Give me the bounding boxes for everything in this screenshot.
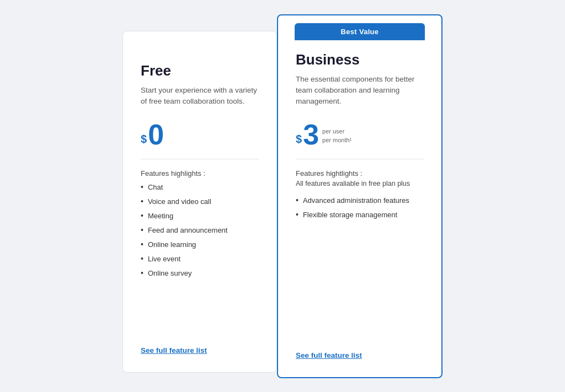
business-price-meta: per user per month¹ — [322, 127, 351, 144]
business-see-feature-link[interactable]: See full feature list — [296, 338, 424, 359]
list-item: Chat — [141, 180, 259, 194]
free-features-label: Features highlights : — [141, 169, 259, 178]
free-price-amount: 0 — [148, 120, 164, 149]
free-price-symbol: $ — [141, 133, 147, 146]
business-card: Best Value Business The essential compon… — [277, 14, 443, 378]
business-card-content: Business The essential components for be… — [296, 40, 424, 359]
free-plan-name: Free — [141, 62, 259, 79]
business-plan-name: Business — [296, 51, 424, 68]
list-item: Online learning — [141, 237, 259, 251]
free-card-content: Free Start your experience with a variet… — [141, 51, 259, 355]
free-see-feature-link[interactable]: See full feature list — [141, 333, 259, 355]
business-feature-list: Advanced administration features Flexibl… — [296, 193, 424, 222]
list-item: Meeting — [141, 208, 259, 223]
list-item: Voice and video call — [141, 194, 259, 208]
free-card: Free Start your experience with a variet… — [122, 31, 277, 373]
list-item: Flexible storage management — [296, 207, 424, 222]
list-item: Feed and announcement — [141, 223, 259, 237]
business-plan-description: The essential components for better team… — [296, 74, 424, 108]
list-item: Online survey — [141, 266, 259, 280]
business-per-month: per month¹ — [322, 136, 351, 144]
list-item: Advanced administration features — [296, 193, 424, 207]
pricing-container: Free Start your experience with a variet… — [122, 14, 443, 378]
business-price-symbol: $ — [296, 133, 302, 146]
free-feature-list: Chat Voice and video call Meeting Feed a… — [141, 180, 259, 280]
business-price-row: $ 3 per user per month¹ — [296, 120, 424, 149]
business-price-amount: 3 — [303, 120, 319, 149]
free-divider — [141, 159, 259, 159]
business-divider — [296, 159, 424, 159]
free-plan-description: Start your experience with a variety of … — [141, 85, 259, 108]
business-features-sublabel: All features avaliable in free plan plus — [296, 180, 424, 187]
list-item: Live event — [141, 251, 259, 266]
best-value-banner: Best Value — [295, 23, 425, 40]
business-features-label: Features hightlights : — [296, 169, 424, 178]
free-price-row: $ 0 — [141, 120, 259, 149]
business-per-user: per user — [322, 127, 351, 136]
